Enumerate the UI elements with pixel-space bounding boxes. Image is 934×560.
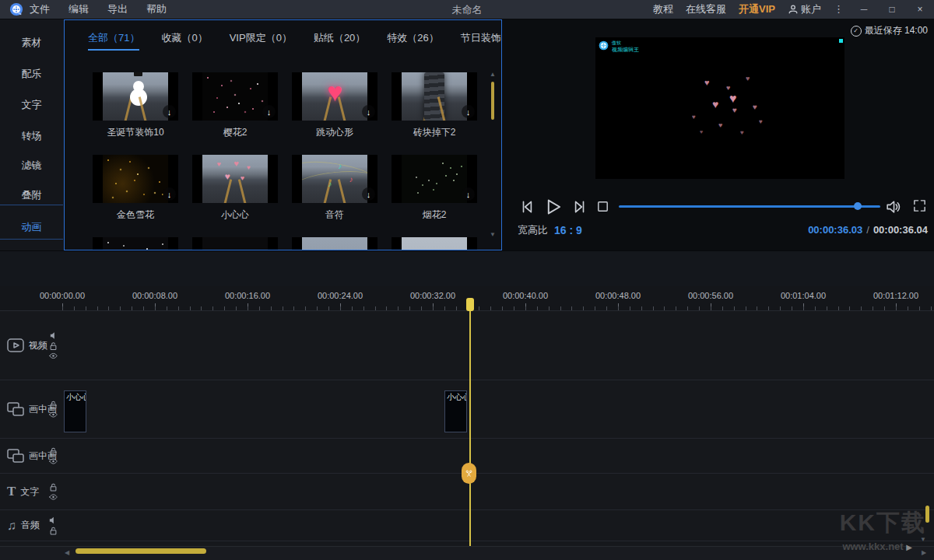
track-visibility-icon[interactable] [49, 458, 58, 464]
tab-favorites[interactable]: 收藏（0） [161, 31, 207, 51]
scroll-up-icon[interactable]: ▲ [490, 72, 496, 78]
sidebar-item-text[interactable]: 文字 [0, 98, 63, 114]
library-item[interactable] [93, 237, 178, 250]
audio-track-icon: ♫ [7, 519, 16, 533]
sidebar-item-material[interactable]: 素材 [0, 36, 63, 51]
thumbnail-little-hearts[interactable]: ♥ ♥ ♥ ♥ ♥ [192, 155, 278, 203]
download-icon[interactable]: ↓ [362, 187, 375, 201]
scroll-down-icon[interactable]: ▼ [490, 232, 496, 238]
track-visibility-icon[interactable] [49, 411, 58, 418]
tab-holiday[interactable]: 节日装饰（27） [461, 31, 502, 51]
download-icon[interactable]: ↓ [462, 105, 475, 118]
download-icon[interactable]: ↓ [163, 187, 176, 201]
thumbnail-falling-bricks[interactable]: ↓ [392, 72, 477, 121]
tracks-scrollbar-thumb[interactable] [925, 506, 929, 523]
timeline-clip[interactable]: 小心心 [444, 390, 467, 432]
library-item[interactable]: ↓ 烟花2 [392, 155, 477, 222]
edit-toolbar: T 语音文字互转 导出 [0, 250, 934, 287]
hscroll-left-icon[interactable]: ◀ [65, 550, 69, 556]
current-timecode: 00:00:36.03 [808, 224, 862, 236]
thumbnail-music-notes[interactable]: ♪ ♪ ♪ ↓ [292, 155, 377, 203]
item-label: 小心心 [192, 208, 278, 222]
sidebar-item-animation[interactable]: 动画 [0, 220, 63, 236]
download-icon[interactable]: ↓ [362, 105, 375, 118]
play-button[interactable] [542, 197, 563, 217]
maximize-button[interactable]: □ [884, 4, 900, 15]
app-watermark: 傲软 视频编辑王 [599, 40, 639, 53]
library-item[interactable]: ↓ 圣诞节装饰10 [93, 72, 178, 139]
track-lock-icon[interactable] [50, 527, 57, 535]
track-row-video[interactable]: 视频 [0, 311, 934, 380]
item-label: 音符 [292, 208, 377, 222]
hscroll-right-icon[interactable]: ▶ [922, 550, 926, 556]
thumbnail-sakura[interactable]: ↓ [192, 72, 278, 121]
volume-icon[interactable] [885, 198, 901, 215]
autosave-status: ✓ 最近保存 14:00 [851, 24, 928, 37]
thumbnail-gold-snow[interactable]: ↓ [93, 155, 178, 203]
video-canvas: 傲软 视频编辑王 ♥ ♥ ♥ ♥ ♥ ♥ ♥ ♥ ♥ ♥ ♥ ♥ [595, 37, 844, 179]
track-volume-icon[interactable] [50, 332, 58, 340]
stop-button[interactable] [595, 199, 610, 214]
playback-slider[interactable] [619, 205, 880, 208]
playback-slider-handle[interactable] [854, 202, 862, 210]
tab-vip-only[interactable]: VIP限定（0） [230, 31, 292, 51]
library-item[interactable]: ↓ 砖块掉下2 [392, 72, 477, 139]
video-track-icon [7, 338, 24, 352]
selection-handle[interactable] [839, 39, 843, 43]
menubar: 文件 编辑 导出 帮助 未命名 教程 在线客服 开通VIP 账户 ⋮ ─ □ × [0, 0, 934, 19]
thumbnail-fireworks[interactable]: ↓ [392, 155, 477, 203]
track-row-pip1[interactable]: 画中画 [0, 380, 934, 439]
track-visibility-icon[interactable] [49, 494, 58, 500]
item-label: 樱花2 [192, 126, 278, 139]
fullscreen-icon[interactable] [912, 198, 927, 213]
library-scrollbar-thumb[interactable] [491, 82, 494, 120]
aspect-ratio-value[interactable]: 16 : 9 [554, 224, 582, 236]
vip-link[interactable]: 开通VIP [739, 2, 775, 16]
support-link[interactable]: 在线客服 [686, 2, 726, 16]
thumbnail-snowman[interactable]: ↓ [93, 72, 178, 121]
next-frame-button[interactable] [571, 198, 588, 215]
sidebar-item-filter[interactable]: 滤镜 [0, 159, 63, 174]
account-button[interactable]: 账户 [788, 2, 821, 16]
track-row-audio[interactable]: ♫ 音频 [0, 510, 934, 541]
track-lock-icon[interactable] [50, 342, 57, 351]
sidebar-item-overlay[interactable]: 叠附 [0, 188, 63, 204]
more-menu-icon[interactable]: ⋮ [834, 0, 844, 19]
track-lock-icon[interactable] [50, 447, 57, 456]
library-item[interactable]: ♥ ♥ ♥ ♥ ♥ 小心心 [192, 155, 278, 222]
sidebar-item-transition[interactable]: 转场 [0, 129, 63, 145]
minimize-button[interactable]: ─ [856, 4, 872, 15]
total-timecode: 00:00:36.04 [873, 224, 928, 236]
timeline-hscroll-thumb[interactable] [75, 548, 206, 554]
close-button[interactable]: × [912, 4, 928, 15]
track-visibility-icon[interactable] [49, 353, 58, 359]
library-item[interactable] [292, 237, 377, 250]
download-icon[interactable]: ↓ [462, 187, 475, 201]
tutorial-link[interactable]: 教程 [653, 2, 673, 16]
tab-effects[interactable]: 特效（26） [387, 31, 438, 51]
thumbnail-beating-heart[interactable]: ♥ ↓ [292, 72, 377, 121]
track-volume-icon[interactable] [49, 516, 57, 524]
track-lock-icon[interactable] [50, 401, 57, 409]
download-icon[interactable]: ↓ [163, 105, 176, 118]
prev-frame-button[interactable] [519, 198, 536, 215]
tracks-scroll-down-icon[interactable]: ▼ [920, 537, 926, 543]
library-item[interactable]: ♥ ↓ 跳动心形 [292, 72, 377, 139]
split-scissors-handle[interactable] [462, 463, 476, 484]
timeline-clip[interactable]: 小心心 [64, 390, 86, 432]
item-label: 砖块掉下2 [392, 126, 477, 139]
track-lock-icon[interactable] [50, 483, 57, 492]
library-item[interactable] [392, 237, 477, 250]
playhead-handle[interactable] [466, 298, 474, 311]
library-item[interactable]: ↓ 樱花2 [192, 72, 278, 139]
download-icon[interactable]: ↓ [262, 105, 276, 118]
tab-all[interactable]: 全部（71） [88, 31, 139, 51]
library-item[interactable]: ↓ 金色雪花 [93, 155, 178, 222]
tab-stickers[interactable]: 贴纸（20） [314, 31, 365, 51]
library-item[interactable]: ♪ ♪ ♪ ↓ 音符 [292, 155, 377, 222]
library-item[interactable] [192, 237, 278, 250]
item-label: 圣诞节装饰10 [93, 126, 178, 139]
check-icon: ✓ [851, 26, 862, 37]
sidebar-item-music[interactable]: 配乐 [0, 67, 63, 82]
playhead-line[interactable] [469, 298, 471, 546]
